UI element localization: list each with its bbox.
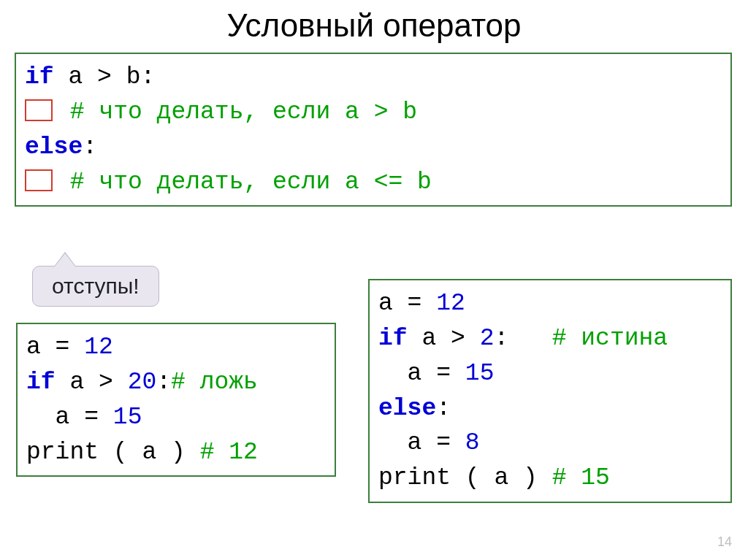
code-comment: # 15	[552, 464, 610, 491]
code-assign: a =	[378, 429, 465, 456]
code-box-example-false: a = 12 if a > 20:# ложь a = 15 print ( a…	[16, 323, 336, 477]
code-line: a = 8	[378, 426, 722, 461]
code-line: a = 15	[378, 356, 722, 391]
code-comment: # истина	[552, 325, 668, 352]
code-assign: a =	[378, 290, 436, 317]
slide-title: Условный оператор	[0, 0, 748, 53]
code-number: 8	[465, 429, 480, 456]
code-assign: a =	[378, 360, 465, 387]
code-line: a = 15	[26, 400, 326, 435]
indent-marker	[25, 99, 53, 121]
code-line: else:	[25, 130, 722, 165]
code-colon: :	[436, 395, 451, 422]
code-box-example-true: a = 12 if a > 2: # истина a = 15 else: a…	[368, 279, 732, 503]
code-line: if a > b:	[25, 60, 722, 95]
code-number: 20	[128, 369, 157, 396]
code-box-conditional-syntax: if a > b: # что делать, если a > b else:…	[15, 53, 732, 207]
code-colon: :	[83, 134, 97, 161]
keyword-else: else	[25, 134, 83, 161]
code-print: print ( a )	[26, 439, 200, 466]
code-expr: a >	[56, 369, 128, 396]
code-expr: a >	[408, 325, 480, 352]
code-line: else:	[378, 391, 722, 426]
code-line: if a > 20:# ложь	[26, 365, 326, 400]
code-comment: # ложь	[171, 369, 258, 396]
code-expr: a > b:	[54, 64, 156, 91]
code-colon: :	[156, 369, 171, 396]
code-line: # что делать, если a > b	[25, 95, 722, 130]
keyword-else: else	[378, 395, 436, 422]
keyword-if: if	[25, 64, 54, 91]
keyword-if: if	[378, 325, 408, 352]
code-comment: # что делать, если a > b	[56, 99, 417, 126]
indent-marker	[25, 169, 53, 191]
code-number: 12	[436, 290, 465, 317]
code-assign: a =	[26, 334, 84, 361]
code-comment: # 12	[200, 439, 258, 466]
code-number: 2	[480, 325, 495, 352]
code-line: print ( a ) # 15	[378, 461, 722, 496]
code-colon: :	[494, 325, 552, 352]
code-line: a = 12	[378, 286, 722, 321]
code-comment: # что делать, если a <= b	[56, 169, 432, 196]
callout-indentation: отступы!	[32, 266, 159, 307]
page-number: 14	[717, 534, 732, 550]
code-number: 15	[113, 404, 142, 431]
code-line: print ( a ) # 12	[26, 435, 326, 470]
code-number: 15	[465, 360, 495, 387]
keyword-if: if	[26, 369, 56, 396]
code-print: print ( a )	[378, 464, 552, 491]
code-assign: a =	[26, 404, 113, 431]
code-number: 12	[84, 334, 113, 361]
code-line: # что делать, если a <= b	[25, 165, 722, 200]
code-line: a = 12	[26, 330, 326, 365]
code-line: if a > 2: # истина	[378, 321, 722, 356]
